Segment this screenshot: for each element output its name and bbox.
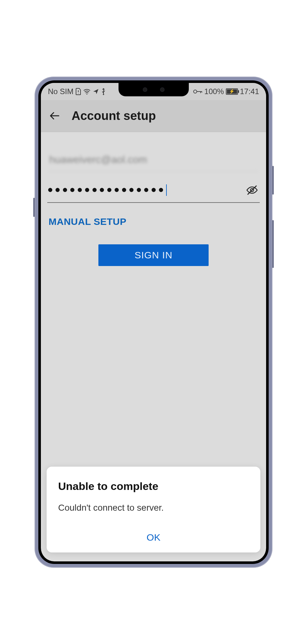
sim-alert-icon	[75, 88, 81, 95]
dialog-title: Unable to complete	[58, 480, 249, 492]
back-button[interactable]	[47, 108, 63, 123]
battery-percent: 100%	[204, 87, 224, 96]
svg-point-2	[194, 90, 197, 93]
sign-in-button[interactable]: SIGN IN	[98, 244, 209, 266]
email-field[interactable]: huaweiverc@aol.com	[49, 148, 258, 172]
svg-point-1	[103, 94, 104, 95]
text-cursor	[166, 184, 167, 196]
location-icon	[93, 88, 99, 95]
app-bar: Account setup	[41, 100, 266, 132]
usb-icon	[101, 88, 106, 95]
battery-icon: ⚡	[226, 88, 238, 95]
dialog-message: Couldn't connect to server.	[58, 503, 249, 513]
eye-off-icon	[246, 184, 258, 196]
notch	[119, 83, 189, 96]
password-value: ●●●●●●●●●●●●●●●●	[47, 184, 244, 196]
arrow-left-icon	[49, 109, 61, 122]
password-field[interactable]: ●●●●●●●●●●●●●●●●	[47, 182, 260, 203]
svg-point-0	[87, 93, 88, 94]
manual-setup-link[interactable]: MANUAL SETUP	[47, 214, 260, 229]
sim-status: No SIM	[48, 87, 73, 96]
content-area: huaweiverc@aol.com ●●●●●●●●●●●●●●●● MA	[41, 132, 266, 266]
page-title: Account setup	[72, 109, 156, 123]
phone-screen: No SIM	[41, 83, 266, 561]
dialog-ok-button[interactable]: OK	[58, 528, 249, 544]
wifi-icon	[83, 88, 91, 95]
error-dialog: Unable to complete Couldn't connect to s…	[47, 467, 260, 552]
toggle-password-visibility-button[interactable]	[244, 182, 260, 198]
vpn-key-icon	[193, 89, 203, 94]
clock-time: 17:41	[240, 87, 259, 96]
